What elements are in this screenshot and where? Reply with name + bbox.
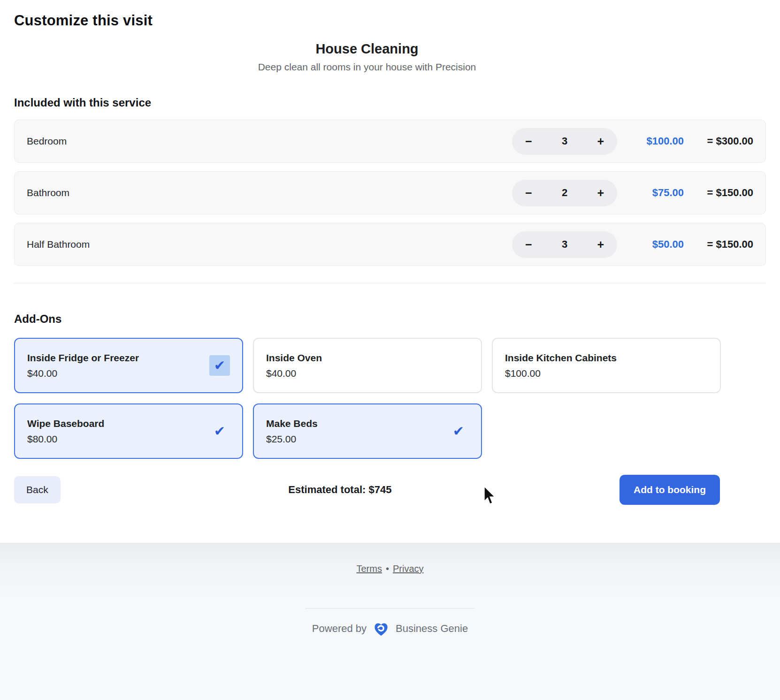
add-to-booking-button[interactable]: Add to booking — [619, 475, 720, 505]
unit-price: $50.00 — [628, 238, 684, 251]
service-name: House Cleaning — [14, 41, 720, 57]
line-total: = $150.00 — [696, 238, 753, 251]
addon-price: $80.00 — [27, 434, 104, 445]
addon-inside-fridge-or-freezer[interactable]: Inside Fridge or Freezer $40.00 ✔ — [14, 338, 243, 393]
estimated-total: Estimated total: $745 — [61, 484, 619, 496]
addons-section-heading: Add-Ons — [14, 312, 766, 326]
terms-link[interactable]: Terms — [356, 563, 382, 574]
minus-icon[interactable]: − — [523, 136, 534, 147]
powered-by: Powered by Business Genie — [0, 620, 780, 638]
quantity-value: 3 — [562, 238, 567, 251]
addon-wipe-baseboard[interactable]: Wipe Baseboard $80.00 ✔ — [14, 403, 243, 459]
minus-icon[interactable]: − — [523, 239, 534, 251]
unit-price: $100.00 — [628, 135, 684, 147]
check-icon: ✔ — [448, 421, 469, 441]
addon-price: $40.00 — [266, 368, 322, 379]
addon-title: Make Beds — [266, 418, 318, 429]
row-label: Bathroom — [27, 187, 69, 198]
row-label: Half Bathroom — [27, 239, 90, 250]
addon-inside-oven[interactable]: Inside Oven $40.00 ✔ — [253, 338, 482, 393]
legal-links: Terms•Privacy — [0, 543, 780, 574]
quantity-value: 2 — [562, 187, 567, 199]
section-divider — [14, 283, 766, 283]
included-section-heading: Included with this service — [14, 96, 766, 109]
addon-price: $100.00 — [505, 368, 617, 379]
back-button[interactable]: Back — [14, 476, 61, 503]
page-title: Customize this visit — [14, 0, 766, 29]
service-header: House Cleaning Deep clean all rooms in y… — [14, 41, 720, 73]
customize-visit-panel: Customize this visit House Cleaning Deep… — [0, 0, 780, 543]
addon-title: Inside Oven — [266, 352, 322, 364]
footer-action-bar: Back Estimated total: $745 Add to bookin… — [14, 475, 720, 505]
quantity-stepper: − 2 + — [512, 180, 617, 206]
quantity-stepper: − 3 + — [512, 128, 617, 155]
plus-icon[interactable]: + — [595, 136, 606, 147]
addons-grid: Inside Fridge or Freezer $40.00 ✔ Inside… — [14, 338, 766, 459]
powered-by-brand: Business Genie — [396, 623, 468, 635]
footer-divider — [305, 608, 475, 609]
legal-separator: • — [386, 563, 389, 574]
minus-icon[interactable]: − — [523, 187, 534, 199]
included-row-bedroom: Bedroom − 3 + $100.00 = $300.00 — [14, 120, 766, 163]
addon-title: Wipe Baseboard — [27, 418, 104, 429]
included-row-bathroom: Bathroom − 2 + $75.00 = $150.00 — [14, 171, 766, 214]
service-description: Deep clean all rooms in your house with … — [14, 61, 720, 73]
unit-price: $75.00 — [628, 187, 684, 199]
row-label: Bedroom — [27, 136, 67, 147]
business-genie-logo-icon — [372, 620, 390, 638]
plus-icon[interactable]: + — [595, 187, 606, 199]
powered-by-prefix: Powered by — [312, 623, 367, 635]
addon-price: $40.00 — [27, 368, 139, 379]
addon-inside-kitchen-cabinets[interactable]: Inside Kitchen Cabinets $100.00 ✔ — [492, 338, 721, 393]
addon-title: Inside Fridge or Freezer — [27, 352, 139, 364]
check-icon: ✔ — [209, 355, 230, 376]
addon-make-beds[interactable]: Make Beds $25.00 ✔ — [253, 403, 482, 459]
line-total: = $300.00 — [696, 135, 753, 147]
quantity-value: 3 — [562, 135, 567, 147]
privacy-link[interactable]: Privacy — [393, 563, 424, 574]
included-row-half-bathroom: Half Bathroom − 3 + $50.00 = $150.00 — [14, 223, 766, 266]
check-icon: ✔ — [209, 421, 230, 441]
mouse-cursor-icon — [483, 486, 497, 506]
page-background: Terms•Privacy Powered by Business Genie — [0, 543, 780, 700]
addon-title: Inside Kitchen Cabinets — [505, 352, 617, 364]
line-total: = $150.00 — [696, 187, 753, 199]
addon-price: $25.00 — [266, 434, 318, 445]
quantity-stepper: − 3 + — [512, 231, 617, 258]
plus-icon[interactable]: + — [595, 239, 606, 251]
